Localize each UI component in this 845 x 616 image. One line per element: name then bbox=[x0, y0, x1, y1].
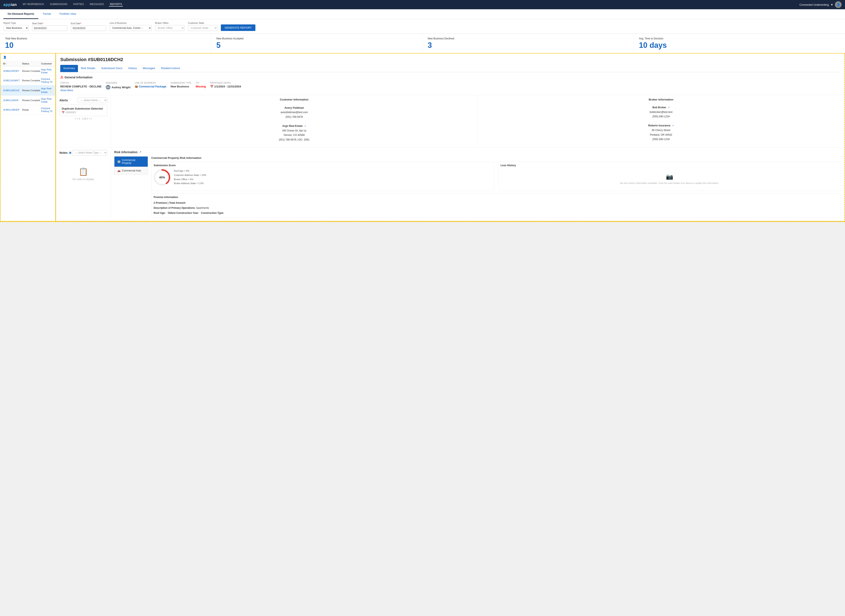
customer-link[interactable]: FlyQuick Parking TX bbox=[41, 78, 53, 83]
tab-related-actions[interactable]: Related Actions bbox=[158, 65, 183, 72]
add-note-icon[interactable]: ⊕ bbox=[69, 151, 72, 154]
broker-select[interactable]: Broker Office bbox=[155, 25, 185, 31]
external-link-icon[interactable]: ↗ bbox=[672, 124, 674, 127]
notes-empty-icon: 📋 bbox=[79, 167, 88, 176]
building-icon: 🏢 bbox=[117, 160, 120, 163]
show-more-link[interactable]: Show More bbox=[60, 89, 101, 92]
customer-link[interactable]: Argo Real Estate bbox=[41, 68, 51, 74]
info-grid: STATUS REVIEW COMPLETE - DECLINE Show Mo… bbox=[60, 82, 840, 92]
filter-bar: Report Type New Business Start Date* End… bbox=[0, 19, 845, 34]
submission-detail-panel: Submission #SUB0116DCH2 Summary Risk Det… bbox=[56, 54, 844, 221]
submission-score-box: Submission Score 40% bbox=[151, 161, 494, 191]
customer-contact: Avery Feldman averyfeldman@test.com (551… bbox=[115, 103, 473, 144]
top-navigation: appian MY WORKBENCH SUBMISSIONS PARTIES … bbox=[0, 0, 845, 9]
state-group: Customer State Customer State bbox=[188, 22, 217, 31]
submission-link[interactable]: SUB0116DCH2 bbox=[3, 89, 19, 92]
risk-tab-commercial-auto[interactable]: 🚗 Commercial Auto bbox=[114, 167, 148, 175]
main-layout: 👤 ID ↑ Status Customer SUB0210PDR7 Revie… bbox=[0, 54, 845, 222]
external-link-icon[interactable]: ↗ bbox=[304, 125, 306, 127]
table-row[interactable]: SUB0210PDR7 Review Complete Argo Real Es… bbox=[1, 66, 55, 76]
end-date-input[interactable] bbox=[71, 25, 106, 31]
lob-select[interactable]: Commercial Auto, Comm ··· bbox=[110, 25, 152, 31]
tab-risk-details[interactable]: Risk Details bbox=[78, 65, 98, 72]
tab-messages[interactable]: Messages bbox=[140, 65, 158, 72]
status-text: Review Complete bbox=[22, 99, 40, 101]
nav-reports[interactable]: REPORTS bbox=[109, 3, 123, 7]
tab-history[interactable]: History bbox=[125, 65, 140, 72]
lob-label: Line of Business bbox=[110, 22, 152, 24]
stat-total-new-business: Total New Business 10 bbox=[0, 34, 211, 53]
end-date-group: End Date* bbox=[71, 22, 106, 31]
customer-link[interactable]: Argo Real Estate bbox=[41, 98, 51, 103]
risk-header: Risk Information ↗ bbox=[114, 150, 841, 154]
column-customer: Customer bbox=[41, 62, 53, 65]
person-icon: 👤 bbox=[3, 56, 7, 59]
submission-tabs: Summary Risk Details Submission Docs His… bbox=[60, 65, 840, 72]
status-text: Ready bbox=[22, 109, 29, 111]
nav-parties[interactable]: PARTIES bbox=[72, 3, 85, 7]
risk-content: Commercial Property Risk Information Sub… bbox=[151, 156, 841, 218]
alerts-info-row: Alerts --- Select Alerts --- Duplicate S… bbox=[56, 95, 844, 147]
alert-card: Duplicate Submission Detected 📅 1/26/202… bbox=[59, 105, 107, 116]
info-assignee: ASSIGNEE AW Audrey Wright bbox=[106, 82, 131, 92]
start-date-group: Start Date* bbox=[32, 22, 67, 31]
broker-name: Bob Broker bbox=[653, 106, 666, 109]
report-tabs: On-Demand Reports Trends Portfolio View bbox=[0, 9, 845, 19]
table-row[interactable]: SUB0112BHDP Ready FlyQuick Parking TX bbox=[1, 105, 55, 114]
notes-risk-row: Notes ⊕ --- Select Notes Type --- 📋 No n… bbox=[56, 147, 844, 221]
user-name: Connected Underwriting bbox=[800, 3, 829, 6]
submission-link[interactable]: SUB0210PDR7 bbox=[3, 70, 19, 72]
risk-information-section: Risk Information ↗ 🏢 Commercial Property… bbox=[111, 147, 844, 221]
premise-title: Premise Information bbox=[154, 196, 839, 199]
lob-group: Line of Business Commercial Auto, Comm ·… bbox=[110, 22, 152, 31]
stats-bar: Total New Business 10 New Business Accep… bbox=[0, 34, 845, 54]
info-tiv: TIV Missing bbox=[196, 82, 206, 92]
risk-tabs: 🏢 Commercial Property 🚗 Commercial Auto bbox=[114, 156, 148, 218]
donut-container: 40% Roof Age = 8% Customer Address State… bbox=[154, 169, 492, 186]
tab-summary[interactable]: Summary bbox=[60, 65, 78, 72]
risk-title: Risk Information bbox=[114, 150, 137, 154]
broker-info-title: Broker Information bbox=[482, 98, 840, 101]
tab-portfolio-view[interactable]: Portfolio View bbox=[55, 9, 80, 19]
notes-header: Notes ⊕ --- Select Notes Type --- bbox=[59, 150, 107, 155]
risk-layout: 🏢 Commercial Property 🚗 Commercial Auto … bbox=[114, 156, 841, 218]
external-link-icon[interactable]: ↗ bbox=[139, 150, 141, 154]
premise-section: Premise Information 2 Premises | Total A… bbox=[151, 194, 841, 218]
loss-empty-icon: 📷 bbox=[666, 173, 673, 180]
submission-title: Submission #SUB0116DCH2 bbox=[60, 57, 840, 62]
alerts-section: Alerts --- Select Alerts --- Duplicate S… bbox=[56, 95, 111, 147]
generate-report-button[interactable]: GENERATE REPORT bbox=[221, 25, 255, 31]
notes-empty-state: 📋 No notes to display bbox=[59, 157, 107, 191]
state-select[interactable]: Customer State bbox=[188, 25, 217, 31]
risk-tab-commercial-property[interactable]: 🏢 Commercial Property bbox=[114, 156, 148, 167]
general-information-section: ⚠ General Information STATUS REVIEW COMP… bbox=[56, 72, 844, 95]
tab-trends[interactable]: Trends bbox=[38, 9, 55, 19]
start-date-input[interactable] bbox=[32, 25, 67, 31]
nav-submissions[interactable]: SUBMISSIONS bbox=[49, 3, 68, 7]
sort-icon: ↑ bbox=[6, 63, 7, 65]
notes-type-select[interactable]: --- Select Notes Type --- bbox=[72, 150, 107, 155]
app-logo: appian bbox=[3, 3, 17, 7]
submission-link[interactable]: SUB0112IKKR bbox=[3, 99, 19, 101]
stat-new-business-accepted: New Business Accepted 5 bbox=[211, 34, 423, 53]
state-label: Customer State bbox=[188, 22, 217, 24]
notes-title: Notes ⊕ bbox=[59, 151, 72, 154]
alert-title: Duplicate Submission Detected bbox=[62, 107, 105, 110]
submission-link[interactable]: SUB0116UMXT bbox=[3, 79, 20, 82]
alerts-select[interactable]: --- Select Alerts --- bbox=[78, 98, 107, 103]
premise-text: 2 Premises | Total Amount: Description o… bbox=[154, 200, 839, 216]
table-row[interactable]: SUB0116UMXT Review Complete FlyQuick Par… bbox=[1, 76, 55, 85]
chevron-down-icon: ▼ bbox=[830, 3, 833, 6]
tab-on-demand-reports[interactable]: On-Demand Reports bbox=[3, 9, 38, 19]
tab-submission-docs[interactable]: Submission Docs bbox=[98, 65, 125, 72]
cust-broker-grid: Customer Information Avery Feldman avery… bbox=[111, 95, 844, 147]
customer-link[interactable]: FlyQuick Parking TX bbox=[41, 107, 53, 113]
report-type-select[interactable]: New Business bbox=[3, 25, 29, 31]
nav-messages[interactable]: MESSAGES bbox=[89, 3, 105, 7]
nav-links: MY WORKBENCH SUBMISSIONS PARTIES MESSAGE… bbox=[22, 3, 800, 7]
submission-link[interactable]: SUB0112BHDP bbox=[3, 109, 20, 111]
external-link-icon[interactable]: ↗ bbox=[668, 106, 670, 109]
table-row[interactable]: SUB0112IKKR Review Complete Argo Real Es… bbox=[1, 96, 55, 105]
table-row[interactable]: SUB0116DCH2 Review Complete Argo Real Es… bbox=[1, 85, 55, 96]
nav-my-workbench[interactable]: MY WORKBENCH bbox=[22, 3, 45, 7]
